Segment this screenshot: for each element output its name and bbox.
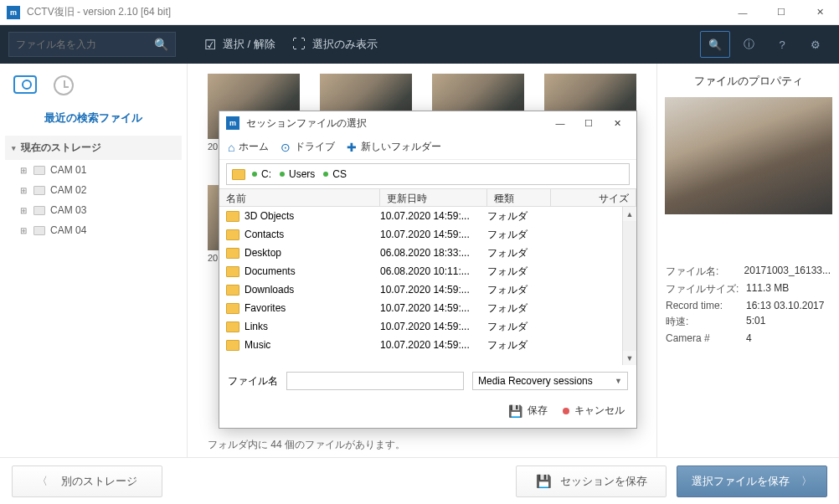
- file-row[interactable]: Contacts10.07.2020 14:59:...フォルダ: [219, 225, 636, 244]
- dialog-app-icon: m: [226, 116, 239, 130]
- file-row[interactable]: Music10.07.2020 14:59:...フォルダ: [219, 336, 636, 354]
- breadcrumb-item[interactable]: C:: [252, 168, 271, 180]
- dot-icon: [280, 172, 285, 177]
- folder-icon: [33, 186, 45, 195]
- drive-icon: ⊙: [281, 141, 291, 154]
- dialog-titlebar: m セッションファイルの選択 — ☐ ✕: [219, 111, 636, 135]
- property-key: ファイルサイズ:: [666, 282, 746, 296]
- scroll-up-button[interactable]: ▲: [623, 207, 636, 221]
- folder-icon: [33, 166, 45, 175]
- dialog-maximize-button[interactable]: ☐: [576, 113, 601, 133]
- file-date: 10.07.2020 14:59:...: [380, 284, 487, 296]
- col-name-header[interactable]: 名前: [219, 189, 380, 206]
- dialog-nav-new-folder[interactable]: ✚新しいフォルダー: [347, 140, 441, 154]
- sidebar-item[interactable]: ⊞CAM 03: [5, 200, 182, 220]
- minimize-button[interactable]: —: [723, 0, 762, 25]
- dialog-cancel-button[interactable]: キャンセル: [563, 404, 625, 418]
- file-row[interactable]: Desktop06.08.2020 18:33:...フォルダ: [219, 244, 636, 262]
- maximize-button[interactable]: ☐: [762, 0, 800, 25]
- dialog-file-list: 3D Objects10.07.2020 14:59:...フォルダContac…: [219, 207, 636, 365]
- sidebar-item[interactable]: ⊞CAM 04: [5, 220, 182, 240]
- show-selected-button[interactable]: ⛶ 選択のみ表示: [284, 32, 386, 57]
- property-value: 20171003_16133...: [744, 265, 831, 279]
- search-box[interactable]: 🔍: [8, 32, 176, 57]
- file-name: Desktop: [244, 247, 281, 259]
- file-type: フォルダ: [487, 228, 551, 242]
- sidebar: 最近の検索ファイル ▾ 現在のストレージ ⊞CAM 01⊞CAM 02⊞CAM …: [0, 64, 188, 457]
- property-key: Camera #: [666, 332, 746, 344]
- folder-icon: [226, 285, 239, 296]
- dialog-close-button[interactable]: ✕: [605, 113, 630, 133]
- dialog-breadcrumb[interactable]: C:UsersCS: [226, 163, 630, 185]
- sidebar-recent[interactable]: 最近の検索ファイル: [5, 105, 182, 136]
- info-button[interactable]: ⓘ: [733, 31, 764, 58]
- file-date: 10.07.2020 14:59:...: [380, 302, 487, 314]
- property-key: ファイル名:: [666, 265, 744, 279]
- preview-image: [665, 97, 832, 214]
- scroll-down-button[interactable]: ▼: [623, 351, 636, 365]
- checkbox-icon: ☑: [204, 37, 216, 53]
- search-icon: 🔍: [154, 38, 168, 51]
- expand-icon: ⊞: [20, 166, 28, 175]
- clock-icon[interactable]: [54, 75, 74, 95]
- sidebar-item[interactable]: ⊞CAM 02: [5, 180, 182, 200]
- file-row[interactable]: 3D Objects10.07.2020 14:59:...フォルダ: [219, 207, 636, 225]
- file-row[interactable]: Downloads10.07.2020 14:59:...フォルダ: [219, 280, 636, 299]
- file-row[interactable]: Documents06.08.2020 10:11:...フォルダ: [219, 262, 636, 280]
- scrollbar[interactable]: ▲ ▼: [622, 207, 636, 365]
- dialog-nav-home[interactable]: ⌂ホーム: [228, 140, 269, 154]
- chevron-down-icon: ▾: [12, 144, 16, 152]
- file-date: 10.07.2020 14:59:...: [380, 229, 487, 240]
- sidebar-item[interactable]: ⊞CAM 01: [5, 160, 182, 180]
- filename-input[interactable]: [286, 372, 464, 390]
- dialog-save-button[interactable]: 💾保存: [508, 404, 548, 418]
- floppy-icon: 💾: [536, 474, 552, 489]
- folder-icon: [226, 266, 239, 277]
- select-clear-button[interactable]: ☑ 選択 / 解除: [196, 32, 284, 57]
- file-row[interactable]: Links10.07.2020 14:59:...フォルダ: [219, 317, 636, 336]
- refresh-search-button[interactable]: 🔍: [700, 31, 730, 58]
- file-name: Music: [244, 339, 270, 351]
- breadcrumb-item[interactable]: CS: [323, 168, 347, 180]
- col-type-header[interactable]: 種類: [487, 189, 551, 206]
- filetype-select[interactable]: Media Recovery sessions ▼: [472, 372, 628, 390]
- property-value: 111.3 MB: [746, 282, 831, 296]
- back-storage-button[interactable]: 〈 別のストレージ: [12, 465, 162, 497]
- save-selected-button[interactable]: 選択ファイルを保存 〉: [677, 465, 827, 497]
- file-date: 10.07.2020 14:59:...: [380, 321, 487, 332]
- title-bar: m CCTV復旧 - version 2.10 [64 bit] — ☐ ✕: [0, 0, 839, 25]
- file-type: フォルダ: [487, 265, 551, 279]
- file-date: 06.08.2020 18:33:...: [380, 247, 487, 259]
- file-type: フォルダ: [487, 209, 551, 224]
- help-icon: ?: [779, 39, 785, 51]
- property-row: Camera #4: [666, 332, 831, 344]
- folder-icon: [226, 340, 239, 351]
- folder-icon: [226, 248, 239, 259]
- chevron-right-icon: 〉: [801, 474, 812, 489]
- col-date-header[interactable]: 更新日時: [380, 189, 487, 206]
- properties-panel: ファイルのプロパティ ファイル名:20171003_16133...ファイルサイ…: [656, 64, 839, 457]
- dot-icon: [323, 172, 328, 177]
- properties-header: ファイルのプロパティ: [694, 74, 803, 89]
- dialog-minimize-button[interactable]: —: [548, 113, 573, 133]
- save-session-button[interactable]: 💾 セッションを保存: [516, 465, 667, 497]
- file-name: Links: [244, 321, 268, 332]
- sidebar-item-label: CAM 04: [50, 224, 86, 236]
- home-icon: ⌂: [228, 141, 234, 154]
- dialog-nav-drives[interactable]: ⊙ドライブ: [281, 140, 335, 154]
- breadcrumb-item[interactable]: Users: [280, 168, 315, 180]
- info-icon: ⓘ: [744, 37, 754, 52]
- session-file-dialog: m セッションファイルの選択 — ☐ ✕ ⌂ホーム ⊙ドライブ ✚新しいフォルダ…: [219, 111, 637, 429]
- file-row[interactable]: Favorites10.07.2020 14:59:...フォルダ: [219, 299, 636, 317]
- folder-icon: [232, 169, 245, 180]
- gear-icon: ⚙: [811, 39, 821, 51]
- sidebar-storages-header[interactable]: ▾ 現在のストレージ: [5, 136, 182, 160]
- cancel-icon: [563, 408, 569, 414]
- camera-icon[interactable]: [13, 75, 37, 94]
- col-size-header[interactable]: サイズ: [551, 189, 636, 206]
- show-selected-label: 選択のみ表示: [312, 37, 378, 52]
- help-button[interactable]: ?: [767, 31, 797, 58]
- search-input[interactable]: [16, 39, 154, 50]
- settings-button[interactable]: ⚙: [800, 31, 831, 58]
- close-button[interactable]: ✕: [800, 0, 839, 25]
